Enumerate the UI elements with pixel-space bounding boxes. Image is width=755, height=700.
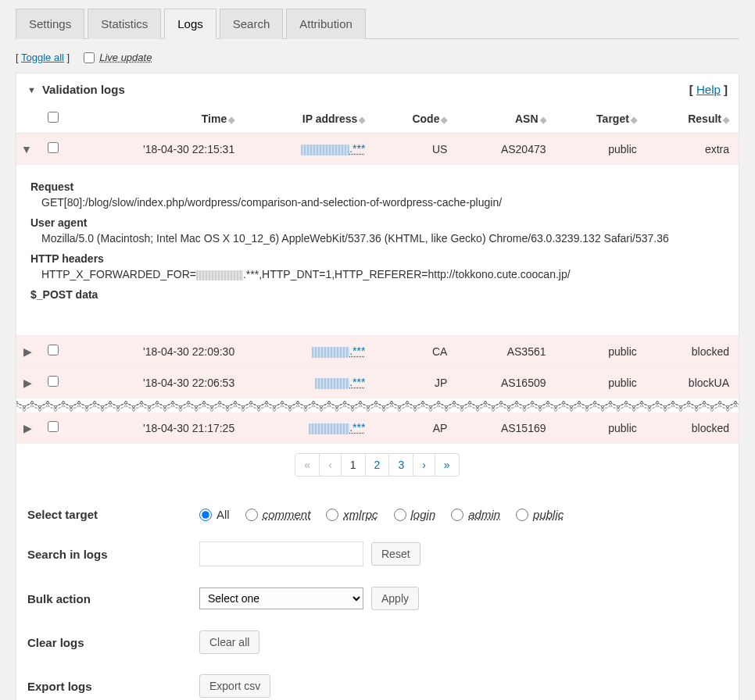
detail-request-value: GET[80]:/blog/slow/index.php/wordpress/c…	[30, 196, 725, 209]
col-asn[interactable]: ASN◆	[456, 105, 555, 134]
help-link[interactable]: Help	[696, 83, 721, 96]
cell-time: '18-04-30 22:09:30	[68, 336, 244, 367]
page-3[interactable]: 3	[388, 453, 413, 477]
validation-logs-panel: ▼ Validation logs [ Help ] Time◆ IP addr…	[16, 73, 739, 700]
search-input[interactable]	[199, 541, 363, 566]
cell-target: public	[556, 134, 646, 165]
row-checkbox[interactable]	[48, 142, 59, 153]
page-next[interactable]: ›	[413, 453, 435, 477]
help-wrapper: [ Help ]	[689, 83, 728, 96]
expand-toggle[interactable]: ▶	[23, 377, 32, 389]
col-result[interactable]: Result◆	[646, 105, 739, 134]
ip-link[interactable]: .***	[301, 142, 365, 155]
panel-title: Validation logs	[42, 83, 125, 96]
table-row: ▶ '18-04-30 22:09:30 .*** CA AS3561 publ…	[16, 336, 739, 367]
select-target-label: Select target	[27, 508, 199, 521]
bulk-select[interactable]: Select one	[199, 588, 363, 609]
row-checkbox[interactable]	[48, 421, 59, 432]
detail-request-label: Request	[30, 180, 725, 193]
cell-result: blockUA	[646, 367, 739, 398]
col-target[interactable]: Target◆	[556, 105, 646, 134]
target-radio-group: All comment xmlrpc login admin public	[199, 508, 564, 521]
cell-result: blocked	[646, 412, 739, 444]
tab-attribution[interactable]: Attribution	[286, 9, 366, 39]
cell-code: US	[374, 134, 456, 165]
search-in-logs-label: Search in logs	[27, 548, 199, 561]
logs-table: Time◆ IP address◆ Code◆ ASN◆ Target◆ Res…	[16, 105, 739, 444]
col-code[interactable]: Code◆	[374, 105, 456, 134]
row-checkbox[interactable]	[48, 345, 59, 355]
tab-logs[interactable]: Logs	[164, 9, 216, 39]
clear-logs-label: Clear logs	[27, 636, 199, 649]
ip-link[interactable]: .***	[312, 345, 365, 357]
target-radio-admin[interactable]	[451, 509, 463, 521]
cell-code: AP	[374, 412, 456, 444]
cell-time: '18-04-30 22:06:53	[68, 367, 244, 398]
toggle-all-link[interactable]: Toggle all	[21, 52, 64, 63]
cell-target: public	[556, 367, 646, 398]
detail-ua-label: User agent	[30, 216, 725, 229]
row-detail: Request GET[80]:/blog/slow/index.php/wor…	[16, 165, 739, 336]
cell-asn: AS20473	[456, 134, 555, 165]
expand-toggle[interactable]: ▼	[21, 143, 32, 155]
live-update-checkbox[interactable]	[84, 52, 95, 63]
detail-headers-label: HTTP headers	[30, 252, 725, 265]
tab-bar: Settings Statistics Logs Search Attribut…	[16, 8, 739, 39]
detail-headers-value: HTTP_X_FORWARDED_FOR=.***,HTTP_DNT=1,HTT…	[30, 268, 725, 280]
rows-omitted-indicator	[16, 398, 739, 413]
cell-code: JP	[374, 367, 456, 398]
select-all-checkbox[interactable]	[48, 112, 59, 123]
cell-asn: AS3561	[456, 336, 555, 367]
expand-toggle[interactable]: ▶	[23, 422, 32, 434]
table-row: ▶ '18-04-30 21:17:25 .*** AP AS15169 pub…	[16, 412, 739, 444]
row-checkbox[interactable]	[48, 376, 59, 387]
detail-ua-value: Mozilla/5.0 (Macintosh; Intel Mac OS X 1…	[30, 232, 725, 245]
bulk-action-label: Bulk action	[27, 592, 199, 605]
tab-search[interactable]: Search	[220, 9, 284, 39]
ip-link[interactable]: .***	[309, 421, 365, 434]
live-update-label: Live update	[99, 52, 152, 63]
pagination: « ‹ 1 2 3 › »	[16, 444, 739, 486]
cell-target: public	[556, 412, 646, 444]
reset-button[interactable]: Reset	[371, 542, 420, 566]
cell-time: '18-04-30 21:17:25	[68, 412, 244, 444]
cell-time: '18-04-30 22:15:31	[68, 134, 244, 165]
detail-post-label: $_POST data	[30, 288, 725, 301]
detail-post-value	[30, 304, 725, 316]
page-last[interactable]: »	[435, 453, 460, 477]
cell-asn: AS16509	[456, 367, 555, 398]
cell-asn: AS15169	[456, 412, 555, 444]
target-radio-login[interactable]	[394, 509, 406, 521]
toggle-all-wrapper: [ Toggle all ]	[16, 52, 70, 63]
export-logs-label: Export logs	[27, 680, 199, 693]
tab-statistics[interactable]: Statistics	[88, 9, 161, 39]
target-radio-all[interactable]	[199, 509, 212, 521]
col-time[interactable]: Time◆	[68, 105, 244, 134]
target-radio-comment[interactable]	[245, 509, 258, 521]
page-first[interactable]: «	[295, 453, 320, 477]
export-csv-button[interactable]: Export csv	[199, 674, 270, 698]
col-ip[interactable]: IP address◆	[244, 105, 374, 134]
expand-toggle[interactable]: ▶	[23, 345, 32, 358]
clear-all-button[interactable]: Clear all	[199, 630, 259, 654]
panel-collapse-icon[interactable]: ▼	[27, 85, 36, 95]
cell-result: blocked	[646, 336, 739, 367]
cell-result: extra	[646, 134, 739, 165]
apply-button[interactable]: Apply	[371, 587, 419, 610]
tab-settings[interactable]: Settings	[16, 9, 84, 39]
target-radio-public[interactable]	[516, 509, 528, 521]
cell-target: public	[556, 336, 646, 367]
ip-link[interactable]: .***	[315, 376, 365, 388]
page-2[interactable]: 2	[365, 453, 390, 477]
table-row: ▶ '18-04-30 22:06:53 .*** JP AS16509 pub…	[16, 367, 739, 398]
page-prev[interactable]: ‹	[319, 453, 342, 477]
target-radio-xmlrpc[interactable]	[326, 509, 338, 521]
table-row: ▼ '18-04-30 22:15:31 .*** US AS20473 pub…	[16, 134, 739, 165]
page-1[interactable]: 1	[341, 453, 366, 477]
cell-code: CA	[374, 336, 456, 367]
